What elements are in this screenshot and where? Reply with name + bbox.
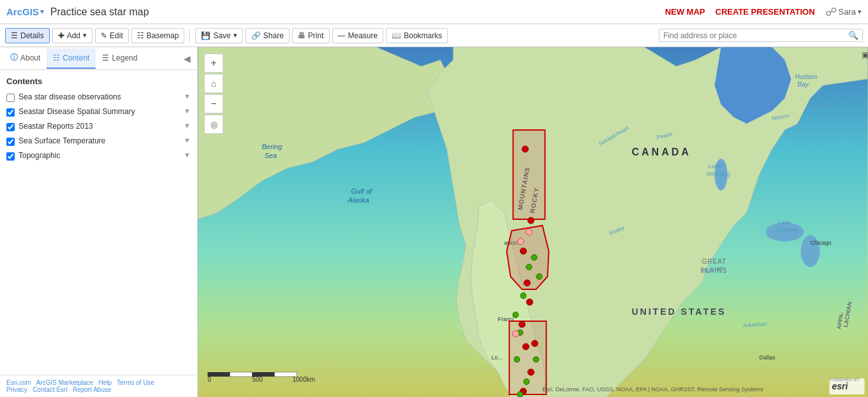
svg-point-62 [526, 229, 533, 235]
footer-marketplace-link[interactable]: ArcGIS Marketplace [36, 379, 93, 386]
footer-esri-link[interactable]: Esri.com [6, 379, 31, 386]
arcgis-logo[interactable]: ArcGIS ▾ [6, 6, 44, 17]
new-map-button[interactable]: NEW MAP [665, 7, 705, 17]
main: ⓘ About ☷ Content ☰ Legend ◀ Contents Se… [0, 47, 868, 397]
svg-text:Dallas: Dallas [760, 354, 776, 361]
tab-content-label: Content [63, 54, 89, 62]
edit-button[interactable]: ✎ Edit [95, 28, 129, 43]
svg-point-45 [527, 299, 533, 305]
layer-options-seastar-reports[interactable]: ▼ [184, 122, 191, 129]
svg-text:Chicago: Chicago [811, 240, 832, 246]
svg-point-59 [533, 357, 539, 363]
layer-options-topographic[interactable]: ▼ [184, 151, 191, 159]
zoom-in-button[interactable]: + [204, 54, 223, 73]
user-name: Sara [839, 7, 856, 17]
layer-checkbox-topographic[interactable] [6, 152, 15, 161]
search-input[interactable] [663, 31, 848, 40]
sidebar-tabs: ⓘ About ☷ Content ☰ Legend ◀ [0, 47, 197, 70]
sidebar: ⓘ About ☷ Content ☰ Legend ◀ Contents Se… [0, 47, 198, 397]
tab-legend-label: Legend [112, 54, 137, 62]
create-presentation-button[interactable]: CREATE PRESENTATION [716, 7, 815, 17]
svg-text:Alaska: Alaska [348, 196, 369, 204]
layer-checkbox-seastar-spatial[interactable] [6, 108, 15, 117]
layer-checkbox-sea-surface-temp[interactable] [6, 138, 15, 146]
svg-text:0: 0 [208, 376, 212, 383]
footer-help-link[interactable]: Help [99, 379, 112, 386]
basemap-button[interactable]: ☷ Basemap [131, 28, 185, 43]
share-label: Share [263, 31, 284, 40]
footer-report-link[interactable]: Report Abuse [73, 386, 112, 393]
details-button[interactable]: ☰ Details [5, 28, 50, 43]
svg-text:Winnipeg: Winnipeg [707, 171, 730, 177]
edit-icon: ✎ [101, 31, 107, 40]
share-button[interactable]: 🔗 Share [246, 28, 290, 43]
save-arrow: ▾ [233, 31, 237, 40]
print-button[interactable]: 🖶 Print [292, 28, 330, 43]
sidebar-collapse-button[interactable]: ◀ [181, 51, 193, 66]
content-icon: ☷ [53, 54, 60, 62]
svg-text:1000km: 1000km [293, 376, 316, 383]
add-button[interactable]: ✚ Add ▾ [52, 28, 92, 43]
arcgis-logo-text: ArcGIS [6, 6, 39, 17]
user-arrow: ▾ [858, 8, 862, 16]
tab-about[interactable]: ⓘ About [4, 47, 47, 69]
search-icon[interactable]: 🔍 [848, 31, 858, 40]
search-box[interactable]: 🔍 [659, 29, 863, 42]
save-label: Save [213, 31, 230, 40]
tab-legend[interactable]: ☰ Legend [96, 48, 143, 69]
user-menu[interactable]: ☍ Sara ▾ [825, 5, 862, 19]
svg-text:Esri, DeLorme, FAO, USGS, NOAA: Esri, DeLorme, FAO, USGS, NOAA, EPA | NO… [543, 386, 764, 393]
svg-point-48 [528, 369, 534, 375]
locate-button[interactable]: ◎ [204, 115, 223, 134]
svg-point-46 [519, 321, 526, 328]
tab-content[interactable]: ☷ Content [47, 48, 96, 69]
save-button[interactable]: 💾 Save ▾ [195, 28, 242, 43]
layer-label-seastar-spatial: Seastar Disease Spatial Summary [18, 107, 180, 116]
add-label: Add [67, 31, 80, 40]
map-container[interactable]: Bering Sea Gulf of Alaska CANADA ROCKY M… [198, 47, 868, 397]
svg-text:500: 500 [253, 376, 263, 383]
share-icon: 🔗 [251, 31, 261, 40]
map-controls: + ⌂ − ◎ [204, 54, 223, 134]
home-button[interactable]: ⌂ [204, 74, 223, 93]
footer-terms-link[interactable]: Terms of Use [117, 379, 154, 386]
measure-button[interactable]: ― Measure [332, 28, 384, 43]
basemap-label: Basemap [147, 31, 179, 40]
layer-checkbox-seastar-reports[interactable] [6, 123, 15, 131]
svg-text:Nelson: Nelson [811, 103, 828, 109]
add-icon: ✚ [58, 31, 64, 40]
svg-rect-65 [230, 372, 253, 377]
svg-point-50 [532, 340, 538, 347]
topbar-left: ArcGIS ▾ Practice sea star map [6, 6, 149, 18]
bookmarks-label: Bookmarks [404, 31, 442, 40]
svg-text:Lake: Lake [709, 163, 721, 170]
zoom-out-button[interactable]: − [204, 94, 223, 113]
layer-options-sea-surface-temp[interactable]: ▼ [184, 136, 191, 144]
sidebar-footer: Esri.com ArcGIS Marketplace Help Terms o… [0, 375, 197, 397]
layer-item-seastar-reports: Seastar Reports 2013 ▼ [6, 122, 191, 131]
layer-item-sea-star-disease: Sea star disease observations ▼ [6, 92, 191, 102]
measure-label: Measure [348, 31, 378, 40]
topbar: ArcGIS ▾ Practice sea star map NEW MAP C… [0, 0, 868, 24]
layer-label-seastar-reports: Seastar Reports 2013 [18, 122, 180, 131]
details-label: Details [20, 31, 44, 40]
about-info-icon: ⓘ [10, 52, 18, 63]
layer-options-sea-star-disease[interactable]: ▼ [184, 92, 191, 100]
layer-checkbox-sea-star-disease[interactable] [6, 94, 15, 102]
measure-icon: ― [338, 31, 346, 40]
layer-options-seastar-spatial[interactable]: ▼ [184, 107, 191, 115]
map-svg: Bering Sea Gulf of Alaska CANADA ROCKY M… [198, 47, 868, 397]
svg-text:UNITED STATES: UNITED STATES [632, 307, 726, 317]
footer-privacy-link[interactable]: Privacy [6, 386, 27, 393]
layer-item-seastar-spatial: Seastar Disease Spatial Summary ▼ [6, 107, 191, 117]
svg-text:▣: ▣ [862, 50, 869, 59]
layer-label-sea-surface-temp: Sea Surface Temperature [18, 136, 180, 145]
layer-item-topographic: Topographic ▼ [6, 151, 191, 161]
svg-point-61 [518, 238, 524, 245]
svg-text:Hudson: Hudson [795, 73, 818, 80]
footer-contact-link[interactable]: Contact Esri [33, 386, 67, 393]
basemap-icon: ☷ [137, 31, 144, 40]
save-icon: 💾 [201, 31, 210, 40]
svg-point-55 [513, 312, 519, 318]
bookmarks-button[interactable]: 📖 Bookmarks [386, 28, 448, 43]
